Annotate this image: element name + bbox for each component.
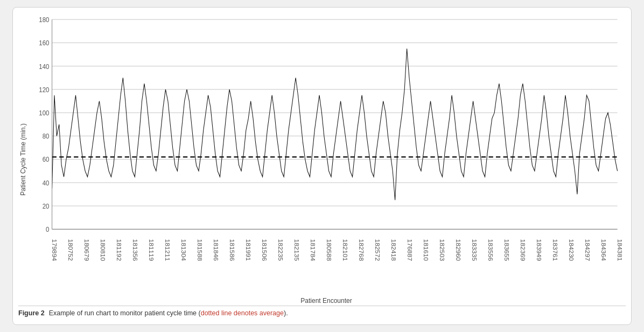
svg-text:80: 80 (43, 132, 50, 140)
figure-text: Example of run chart to monitor patient … (49, 309, 288, 317)
svg-text:181784: 181784 (310, 239, 316, 261)
svg-text:100: 100 (39, 109, 49, 117)
svg-text:181588: 181588 (197, 239, 202, 261)
svg-text:182768: 182768 (358, 239, 364, 261)
svg-text:20: 20 (43, 202, 50, 210)
figure-label: Figure 2 (18, 309, 45, 317)
plot-container: 0204060801001201401601801798941807521806… (30, 13, 623, 295)
svg-text:160: 160 (39, 39, 49, 47)
x-axis-label: Patient Encounter (27, 295, 626, 306)
run-chart-svg: 0204060801001201401601801798941807521806… (30, 13, 623, 295)
svg-text:180810: 180810 (100, 239, 106, 261)
svg-text:180588: 180588 (326, 239, 332, 261)
svg-text:181506: 181506 (261, 239, 267, 261)
svg-text:181991: 181991 (245, 239, 251, 261)
chart-area: Patient Cycle Time (min.) 02040608010012… (18, 13, 626, 306)
svg-text:176887: 176887 (407, 239, 412, 261)
svg-text:181211: 181211 (164, 239, 170, 261)
svg-text:0: 0 (46, 225, 49, 233)
svg-text:183655: 183655 (503, 239, 509, 261)
svg-text:182960: 182960 (455, 239, 461, 261)
svg-text:181846: 181846 (213, 239, 219, 261)
svg-text:182101: 182101 (342, 239, 348, 261)
figure-text-after: ). (284, 309, 288, 317)
svg-text:60: 60 (43, 156, 50, 164)
svg-text:183761: 183761 (552, 239, 558, 261)
svg-text:182572: 182572 (374, 239, 380, 261)
svg-text:184381: 184381 (617, 239, 622, 261)
svg-text:182369: 182369 (520, 239, 526, 261)
svg-text:182418: 182418 (390, 239, 396, 261)
figure-text-before: Example of run chart to monitor patient … (49, 309, 201, 317)
svg-text:40: 40 (43, 179, 50, 187)
svg-text:183556: 183556 (487, 239, 493, 261)
svg-text:182135: 182135 (293, 239, 299, 261)
svg-text:184364: 184364 (600, 239, 606, 261)
svg-text:182235: 182235 (277, 239, 283, 261)
svg-text:181119: 181119 (148, 239, 154, 261)
svg-text:184230: 184230 (568, 239, 574, 261)
svg-text:181304: 181304 (180, 239, 186, 261)
chart-inner: 0204060801001201401601801798941807521806… (27, 13, 626, 306)
svg-text:183949: 183949 (536, 239, 542, 261)
svg-text:179894: 179894 (51, 239, 57, 261)
svg-text:184297: 184297 (584, 239, 590, 261)
svg-text:140: 140 (39, 63, 49, 71)
figure-caption: Figure 2 Example of run chart to monitor… (18, 306, 626, 319)
svg-text:180679: 180679 (83, 239, 89, 261)
y-axis-label: Patient Cycle Time (min.) (18, 13, 27, 306)
svg-text:181610: 181610 (423, 239, 429, 261)
svg-text:181356: 181356 (132, 239, 138, 261)
svg-text:181192: 181192 (116, 239, 122, 261)
chart-card: Patient Cycle Time (min.) 02040608010012… (12, 7, 632, 325)
figure-highlight: dotted line denotes average (201, 309, 284, 317)
svg-text:183335: 183335 (471, 239, 477, 261)
svg-text:182503: 182503 (439, 239, 445, 261)
svg-text:180: 180 (39, 16, 49, 24)
svg-text:180752: 180752 (67, 239, 73, 261)
svg-text:181586: 181586 (229, 239, 235, 261)
svg-text:120: 120 (39, 86, 49, 94)
